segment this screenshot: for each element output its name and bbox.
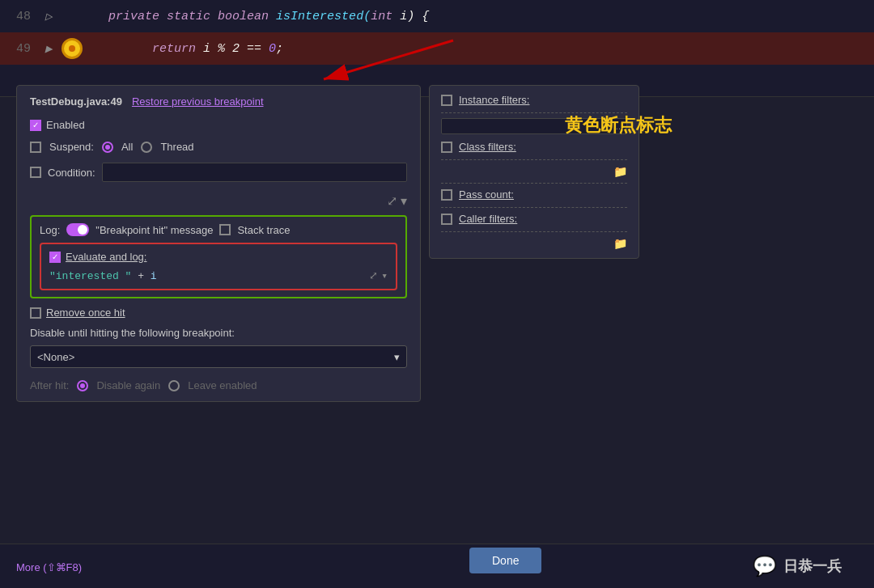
kw-return: return — [152, 42, 196, 56]
expand-icon2: ⤢ — [369, 269, 378, 282]
none-dropdown[interactable]: <None> ▾ — [30, 345, 407, 368]
line-arrow-49: ▶ — [40, 41, 57, 57]
remove-checkbox[interactable] — [30, 307, 41, 319]
code-content-48: private static boolean isInterested(int … — [73, 10, 874, 23]
suspend-checkbox[interactable] — [30, 142, 41, 153]
condition-label: Condition: — [48, 167, 95, 179]
log-label: Log: — [40, 224, 60, 236]
num-literal: 0 — [269, 42, 276, 56]
disable-again-label: Disable again — [96, 379, 160, 391]
eval-code-line: "interested " + i ⤢ ▾ — [49, 269, 388, 282]
pass-count-row: Pass count: — [441, 188, 627, 201]
thread-label: Thread — [160, 141, 193, 153]
brand-name: 日恭一兵 — [783, 556, 842, 576]
enabled-checkbox[interactable] — [30, 120, 41, 131]
code-editor: 48 ▷ private static boolean isInterested… — [0, 0, 874, 97]
stack-trace-label: Stack trace — [237, 224, 290, 236]
suspend-row: Suspend: All Thread — [30, 141, 407, 153]
pass-count-label: Pass count: — [459, 188, 514, 201]
enabled-label: Enabled — [46, 119, 85, 131]
condition-row: Condition: — [30, 163, 407, 182]
wechat-brand: 💬 日恭一兵 — [753, 555, 842, 577]
evaluate-section: Evaluate and log: "interested " + i ⤢ ▾ — [40, 243, 397, 290]
class-filters-checkbox[interactable] — [441, 142, 452, 153]
separator2 — [441, 159, 627, 160]
caller-filters-label: Caller filters: — [459, 213, 517, 225]
condition-input[interactable] — [102, 163, 407, 182]
file-info: TestDebug.java:49 — [30, 95, 122, 108]
evaluate-header: Evaluate and log: — [49, 251, 388, 263]
panel-header: TestDebug.java:49 Restore previous break… — [30, 95, 407, 108]
eval-string: "interested " — [49, 270, 131, 282]
dropdown-value: <None> — [37, 351, 74, 363]
after-hit-row: After hit: Disable again Leave enabled — [30, 379, 407, 391]
folder-icon2[interactable]: 📁 — [613, 237, 627, 250]
enabled-checkbox-item[interactable]: Enabled — [30, 119, 85, 131]
evaluate-label: Evaluate and log: — [66, 251, 146, 263]
caller-filters-checkbox[interactable] — [441, 214, 452, 225]
code-semi: ; — [276, 42, 283, 56]
right-panel: Instance filters: ... Class filters: 📁 P… — [429, 85, 639, 259]
kw-boolean: boolean — [218, 10, 269, 23]
evaluate-checkbox[interactable] — [49, 252, 61, 263]
done-button[interactable]: Done — [469, 548, 541, 573]
eval-op: + — [138, 270, 151, 282]
kw-int: int — [371, 10, 392, 23]
expand-button[interactable]: ⤢ ▾ — [387, 193, 407, 209]
class-filters-row: Class filters: — [441, 141, 627, 153]
instance-filters-label: Instance filters: — [459, 94, 529, 106]
radio-inner — [80, 383, 85, 388]
class-filters-label: Class filters: — [459, 141, 516, 153]
toggle-knob — [78, 225, 87, 235]
dropdown-row: <None> ▾ — [30, 345, 407, 368]
code-line-48: 48 ▷ private static boolean isInterested… — [0, 0, 874, 32]
fn-name: isInterested( — [276, 10, 371, 23]
stack-trace-checkbox[interactable] — [219, 224, 231, 235]
instance-filters-row: Instance filters: — [441, 94, 627, 106]
code-content-49: return i % 2 == 0; — [87, 42, 874, 56]
pass-count-checkbox[interactable] — [441, 189, 452, 201]
log-message-label: "Breakpoint hit" message — [95, 224, 213, 236]
dropdown-arrow2: ▾ — [381, 269, 388, 282]
remove-row: Remove once hit — [30, 307, 407, 319]
separator5 — [441, 231, 627, 232]
leave-enabled-radio[interactable] — [168, 380, 180, 391]
breakpoint-indicator[interactable] — [62, 38, 83, 59]
suspend-label: Suspend: — [49, 141, 94, 153]
instance-filters-checkbox[interactable] — [441, 95, 452, 106]
after-hit-label: After hit: — [30, 379, 69, 391]
separator4 — [441, 207, 627, 208]
log-toggle[interactable] — [66, 223, 89, 236]
kw-private: private — [108, 10, 159, 23]
bottom-bar: More (⇧⌘F8) Done 💬 日恭一兵 — [0, 544, 874, 588]
chinese-annotation: 黄色断点标志 — [565, 113, 672, 137]
condition-checkbox[interactable] — [30, 167, 41, 178]
log-row: Log: "Breakpoint hit" message Stack trac… — [40, 223, 397, 236]
log-section: Log: "Breakpoint hit" message Stack trac… — [30, 215, 407, 298]
thread-radio[interactable] — [141, 142, 152, 153]
more-link[interactable]: More (⇧⌘F8) — [16, 561, 82, 573]
wechat-icon: 💬 — [753, 555, 777, 577]
code-expr: i % 2 == — [203, 42, 269, 56]
separator3 — [441, 183, 627, 184]
code-line-49: 49 ▶ return i % 2 == 0; — [0, 32, 874, 65]
line-arrow-48: ▷ — [40, 9, 57, 24]
dropdown-arrow: ▾ — [401, 193, 407, 209]
disable-again-radio[interactable] — [77, 380, 88, 391]
kw-static: static — [167, 10, 210, 23]
folder-icon-row2: 📁 — [441, 237, 627, 250]
restore-link[interactable]: Restore previous breakpoint — [132, 95, 264, 108]
line-number-48: 48 — [0, 10, 40, 23]
all-label: All — [121, 141, 133, 153]
caller-filters-row: Caller filters: — [441, 213, 627, 225]
eval-expand[interactable]: ⤢ ▾ — [369, 269, 388, 282]
expand-icon: ⤢ — [387, 193, 397, 209]
all-radio[interactable] — [102, 142, 113, 153]
line-number-49: 49 — [0, 42, 40, 56]
folder-icon-row: 📁 — [441, 165, 627, 178]
eval-var: i — [151, 270, 157, 282]
leave-enabled-label: Leave enabled — [188, 379, 257, 391]
code-param: i) { — [392, 10, 429, 23]
enabled-row: Enabled — [30, 119, 407, 131]
folder-icon[interactable]: 📁 — [613, 165, 627, 178]
